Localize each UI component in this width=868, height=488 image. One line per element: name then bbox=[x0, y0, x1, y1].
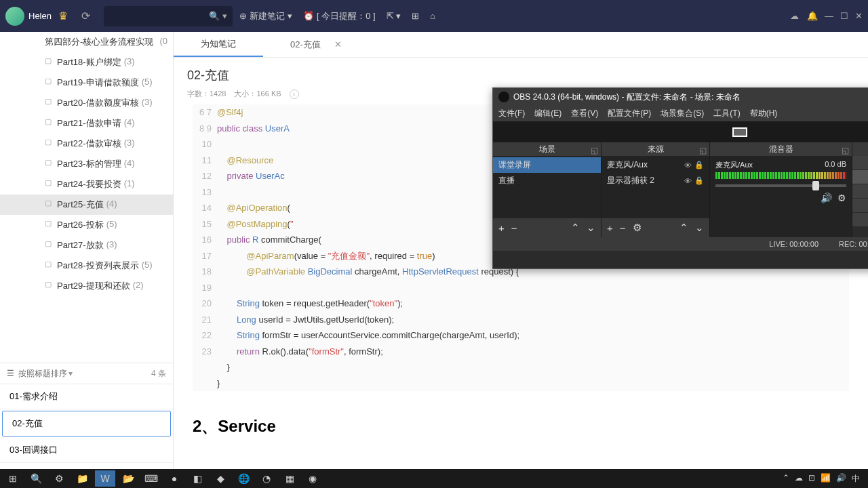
obs-control-button[interactable]: 设置 bbox=[852, 199, 868, 213]
folder-item[interactable]: Part28-投资列表展示(5) bbox=[0, 256, 173, 276]
app-icon[interactable]: ● bbox=[164, 470, 184, 487]
folder-item[interactable]: Part18-账户绑定(3) bbox=[0, 52, 173, 73]
tab[interactable]: 02-充值✕ bbox=[263, 32, 369, 57]
obs-menu-item[interactable]: 场景集合(S) bbox=[660, 108, 704, 119]
username[interactable]: Helen bbox=[28, 11, 52, 21]
add-icon[interactable]: + bbox=[498, 222, 505, 234]
obs-icon bbox=[498, 92, 509, 102]
note-item[interactable]: 03-回调接口 bbox=[0, 438, 173, 463]
grid-icon[interactable]: ⊞ bbox=[412, 11, 419, 21]
gear-icon[interactable]: ⚙ bbox=[837, 192, 846, 203]
tray-icon[interactable]: ☁ bbox=[795, 473, 803, 485]
remove-icon[interactable]: − bbox=[511, 222, 517, 234]
folder-item[interactable]: Part25-充值(4) bbox=[0, 195, 173, 215]
popout-icon[interactable]: ◱ bbox=[699, 144, 707, 157]
obs-menu-item[interactable]: 配置文件(P) bbox=[608, 108, 651, 119]
close-icon[interactable]: ✕ bbox=[855, 11, 863, 21]
eye-icon[interactable]: 👁 bbox=[684, 177, 692, 185]
folder-item[interactable]: Part24-我要投资(1) bbox=[0, 174, 173, 195]
obs-preview[interactable] bbox=[493, 122, 868, 142]
minimize-icon[interactable]: — bbox=[825, 11, 833, 21]
eye-icon[interactable]: 👁 bbox=[684, 161, 692, 169]
app-icon[interactable]: ◉ bbox=[302, 470, 323, 487]
up-icon[interactable]: ⌃ bbox=[679, 222, 688, 234]
down-icon[interactable]: ⌄ bbox=[587, 222, 595, 234]
folder-item[interactable]: Part20-借款额度审核(3) bbox=[0, 93, 173, 113]
home-icon[interactable]: ⌂ bbox=[430, 11, 435, 21]
close-icon[interactable]: ✕ bbox=[334, 39, 342, 49]
folder-item[interactable]: Part22-借款审核(3) bbox=[0, 134, 173, 154]
obs-menu-item[interactable]: 文件(F) bbox=[498, 108, 525, 119]
tray-icon[interactable]: 中 bbox=[852, 473, 860, 485]
settings-icon[interactable]: ⚙ bbox=[49, 470, 69, 487]
app-icon[interactable]: 📂 bbox=[118, 470, 138, 487]
remove-icon[interactable]: − bbox=[620, 222, 626, 234]
obs-control-button[interactable]: 退出 bbox=[852, 213, 868, 227]
info-icon[interactable]: i bbox=[290, 89, 299, 99]
tray-icon[interactable]: ⊡ bbox=[808, 473, 815, 485]
obs-window[interactable]: OBS 24.0.3 (64-bit, windows) - 配置文件: 未命名… bbox=[492, 87, 868, 269]
obs-control-button[interactable]: 开始推流 bbox=[852, 156, 868, 170]
folder-root[interactable]: 第四部分-核心业务流程实现 (0 bbox=[0, 32, 173, 52]
folder-item[interactable]: Part27-放款(3) bbox=[0, 235, 173, 256]
folder-item[interactable]: Part23-标的管理(4) bbox=[0, 154, 173, 174]
folder-item[interactable]: Part19-申请借款额度(5) bbox=[0, 73, 173, 93]
scene-item[interactable]: 课堂录屏 bbox=[493, 157, 601, 173]
tray-icon[interactable]: 🔊 bbox=[836, 473, 846, 485]
search-input[interactable]: 🔍 ▾ bbox=[104, 6, 233, 26]
content-area: 为知笔记02-充值✕ 02-充值 字数：1428 大小：166 KB i 6 7… bbox=[174, 32, 868, 488]
down-icon[interactable]: ⌄ bbox=[695, 222, 704, 234]
obs-titlebar[interactable]: OBS 24.0.3 (64-bit, windows) - 配置文件: 未命名… bbox=[493, 88, 868, 106]
folder-item[interactable]: Part21-借款申请(4) bbox=[0, 113, 173, 134]
top-bar: Helen ♛ ⟳ 🔍 ▾ ⊕新建笔记▾ ⏰[ 今日提醒：0 ] ⇱ ▾ ⊞ ⌂… bbox=[0, 0, 868, 32]
obs-sources-panel: 来源◱ 麦克风/Aux👁🔒显示器捕获 2👁🔒 + − ⚙ ⌃ ⌄ bbox=[601, 142, 710, 237]
folder-item[interactable]: Part29-提现和还款(2) bbox=[0, 276, 173, 296]
obs-menu-item[interactable]: 查看(V) bbox=[571, 108, 598, 119]
tab[interactable]: 为知笔记 bbox=[174, 32, 263, 57]
lock-icon[interactable]: 🔒 bbox=[694, 161, 704, 169]
folder-item[interactable]: Part26-投标(5) bbox=[0, 215, 173, 235]
obs-control-button[interactable]: 开始录制 bbox=[852, 170, 868, 184]
app-icon[interactable]: 🌐 bbox=[233, 470, 254, 487]
source-item[interactable]: 显示器捕获 2👁🔒 bbox=[601, 173, 709, 188]
reminder-button[interactable]: ⏰[ 今日提醒：0 ] bbox=[303, 10, 376, 22]
gear-icon[interactable]: ⚙ bbox=[633, 222, 642, 234]
note-item[interactable]: 02-充值 bbox=[2, 411, 171, 436]
app-icon[interactable]: W bbox=[95, 470, 115, 487]
explorer-icon[interactable]: 📁 bbox=[72, 470, 92, 487]
popout-icon[interactable]: ◱ bbox=[842, 144, 849, 157]
source-item[interactable]: 麦克风/Aux👁🔒 bbox=[601, 157, 709, 173]
start-icon[interactable]: ⊞ bbox=[3, 470, 23, 487]
obs-menu-item[interactable]: 编辑(E) bbox=[534, 108, 561, 119]
avatar[interactable] bbox=[5, 7, 24, 26]
app-icon[interactable]: ⌨ bbox=[141, 470, 161, 487]
crown-icon[interactable]: ♛ bbox=[58, 9, 68, 22]
add-icon[interactable]: + bbox=[607, 222, 613, 234]
obs-control-button[interactable]: 工作室模式 bbox=[852, 184, 868, 199]
app-icon[interactable]: ◔ bbox=[256, 470, 277, 487]
note-item[interactable]: 01-需求介绍 bbox=[0, 384, 173, 409]
app-icon[interactable]: ◧ bbox=[187, 470, 208, 487]
popout-icon[interactable]: ◱ bbox=[591, 144, 598, 157]
refresh-icon[interactable]: ⟳ bbox=[81, 9, 90, 22]
tray-icon[interactable]: ⌃ bbox=[783, 473, 789, 485]
obs-menu-item[interactable]: 工具(T) bbox=[713, 108, 740, 119]
volume-slider[interactable] bbox=[715, 184, 846, 187]
new-note-button[interactable]: ⊕新建笔记▾ bbox=[239, 10, 292, 22]
up-icon[interactable]: ⌃ bbox=[571, 222, 580, 234]
app-icon[interactable]: ◆ bbox=[210, 470, 231, 487]
speaker-icon[interactable]: 🔊 bbox=[821, 192, 832, 203]
bell-icon[interactable]: 🔔 bbox=[807, 11, 818, 21]
search-icon[interactable]: 🔍 bbox=[26, 470, 46, 487]
share-icon[interactable]: ⇱ ▾ bbox=[387, 11, 401, 21]
scene-item[interactable]: 直播 bbox=[493, 173, 601, 188]
maximize-icon[interactable]: ☐ bbox=[840, 11, 848, 21]
app-icon[interactable]: ▦ bbox=[279, 470, 300, 487]
taskbar[interactable]: ⊞ 🔍 ⚙ 📁 W 📂 ⌨ ● ◧ ◆ 🌐 ◔ ▦ ◉ ⌃ ☁ ⊡ 📶 🔊 中 bbox=[0, 469, 868, 488]
cloud-icon[interactable]: ☁ bbox=[790, 11, 799, 21]
search-icon[interactable]: 🔍 ▾ bbox=[209, 11, 227, 21]
lock-icon[interactable]: 🔒 bbox=[694, 176, 704, 185]
obs-menu-item[interactable]: 帮助(H) bbox=[750, 108, 778, 119]
tray-icon[interactable]: 📶 bbox=[821, 473, 831, 485]
sort-bar[interactable]: ☰ 按照标题排序 ▾ 4 条 bbox=[0, 363, 173, 384]
